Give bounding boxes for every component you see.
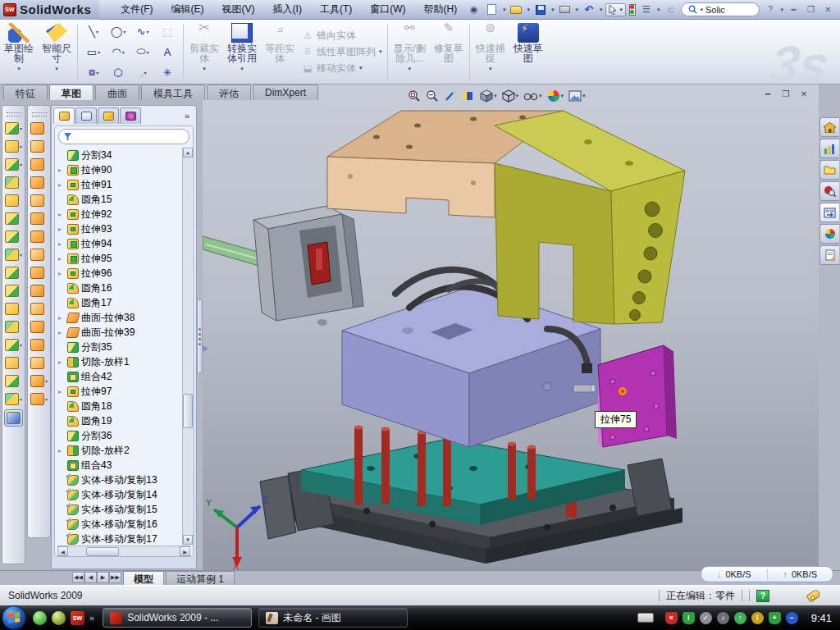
- menu-item[interactable]: 插入(I): [265, 0, 310, 19]
- feature-tree-item[interactable]: ▸ 分割36: [57, 428, 182, 443]
- planar-surface-icon[interactable]: [30, 231, 48, 243]
- move-entities-button[interactable]: ⬓移动实体▾: [302, 62, 382, 75]
- selection-box-tool[interactable]: ⬚: [155, 21, 180, 42]
- apply-scene-button[interactable]: ▾: [567, 89, 587, 103]
- tree-horizontal-scrollbar[interactable]: ◀ ▶: [57, 546, 190, 556]
- hole-wizard-icon[interactable]: [5, 231, 22, 243]
- command-tab[interactable]: 评估: [207, 84, 251, 100]
- first-tab-button[interactable]: ◀◀: [72, 572, 84, 583]
- feature-tree-item[interactable]: ▸ 实体-移动/复制14: [57, 487, 182, 502]
- menu-item[interactable]: 视图(V): [214, 0, 263, 19]
- quick-snaps-button[interactable]: ⊚ 快速捕 捉▾: [472, 20, 509, 84]
- expand-arrow-icon[interactable]: ▸: [58, 181, 65, 189]
- options-dropdown[interactable]: ▾: [657, 7, 660, 13]
- feature-tree-item[interactable]: ▸ 拉伸92: [57, 207, 182, 221]
- scroll-up-icon[interactable]: ▲: [183, 148, 193, 158]
- quick-launch-app-icon[interactable]: [52, 611, 66, 625]
- feature-tree-item[interactable]: ▸ 曲面-拉伸39: [57, 325, 182, 340]
- zoom-fit-button[interactable]: [406, 89, 422, 103]
- circle-tool[interactable]: ◯▾: [106, 21, 130, 42]
- open-file-button[interactable]: [509, 3, 523, 16]
- repair-sketch-button[interactable]: ✎ 修复草 图: [430, 20, 468, 84]
- trim-surface-icon[interactable]: [30, 303, 48, 315]
- taskbar-clock[interactable]: 9:41: [811, 612, 832, 624]
- swept-surface-icon[interactable]: [30, 158, 48, 171]
- centerline-icon[interactable]: [5, 375, 22, 387]
- doc-minimize-button[interactable]: ━: [761, 88, 774, 99]
- expand-arrow-icon[interactable]: ▸: [58, 329, 65, 336]
- restore-button[interactable]: ❐: [804, 3, 818, 16]
- menu-item[interactable]: 文件(F): [112, 0, 161, 19]
- feature-tree-item[interactable]: ▸ 切除-放样2: [57, 443, 182, 458]
- tree-vertical-scrollbar[interactable]: ▲ ▼: [182, 148, 192, 545]
- appearance-tool-icon[interactable]: ⑆: [663, 3, 678, 16]
- feature-tree-item[interactable]: ▸ 实体-移动/复制15: [57, 502, 182, 517]
- rapid-sketch-button[interactable]: 快速草 图: [509, 20, 547, 84]
- tray-icon[interactable]: ↑: [734, 612, 746, 624]
- expand-arrow-icon[interactable]: ▸: [58, 240, 65, 248]
- feature-tree-item[interactable]: ▸ 曲面-拉伸38: [57, 310, 182, 325]
- surface-spline-icon[interactable]: ▾: [30, 393, 48, 405]
- expand-arrow-icon[interactable]: ▸: [58, 358, 65, 366]
- shell-icon[interactable]: [5, 176, 22, 189]
- undo-dropdown[interactable]: ▾: [600, 7, 603, 13]
- menu-item[interactable]: 工具(T): [312, 0, 360, 19]
- feature-tree-item[interactable]: ▸ 组合42: [57, 369, 182, 384]
- scroll-down-icon[interactable]: ▼: [183, 535, 193, 545]
- linear-pattern-button[interactable]: ⠿线性草图阵列▾: [302, 45, 382, 59]
- view-orientation-button[interactable]: ▾: [478, 89, 499, 103]
- propertymanager-tab[interactable]: [75, 107, 97, 124]
- lofted-surface-icon[interactable]: [30, 176, 48, 189]
- help-dropdown[interactable]: ▾: [780, 7, 783, 13]
- feature-tree-item[interactable]: ▸ 切除-放样1: [57, 354, 182, 369]
- taskbar-task-button[interactable]: SolidWorks 2009 - ...: [103, 608, 252, 628]
- file-explorer-tab[interactable]: [819, 160, 839, 180]
- featuremanager-tab[interactable]: [53, 107, 75, 124]
- feature-tree-item[interactable]: ▸ 实体-移动/复制16: [57, 517, 182, 532]
- feature-tree-item[interactable]: ▸ 圆角19: [57, 413, 182, 428]
- resources-tab[interactable]: [819, 117, 839, 137]
- revolved-surface-icon[interactable]: [30, 140, 48, 153]
- sketch-fillet-tool[interactable]: ◞▾: [130, 62, 155, 83]
- feature-tree-item[interactable]: ▸ 圆角15: [57, 192, 182, 207]
- expand-arrow-icon[interactable]: ▸: [58, 211, 65, 218]
- print-dropdown[interactable]: ▾: [575, 7, 578, 13]
- scrollbar-thumb[interactable]: [86, 547, 119, 556]
- expand-arrow-icon[interactable]: ▸: [58, 270, 65, 277]
- trim-entities-button[interactable]: ✂ 剪裁实 体▾: [185, 20, 223, 84]
- keyboard-layout-icon[interactable]: [637, 613, 654, 623]
- dimxpertmanager-tab[interactable]: [120, 107, 141, 124]
- hide-show-items-button[interactable]: ▾: [522, 89, 544, 103]
- search-tab[interactable]: [819, 181, 839, 201]
- move-copy-icon[interactable]: [5, 321, 22, 333]
- tray-icon[interactable]: !: [751, 612, 764, 624]
- arc-tool[interactable]: ◠▾: [106, 42, 130, 62]
- quick-tips-button[interactable]: ?: [756, 590, 769, 602]
- print-button[interactable]: [557, 3, 572, 16]
- scrollbar-thumb[interactable]: [183, 394, 193, 428]
- reference-geometry-icon[interactable]: ▾: [5, 339, 22, 351]
- command-tab[interactable]: 特征: [3, 84, 48, 100]
- zoom-area-button[interactable]: [424, 89, 441, 103]
- section-view-button[interactable]: [460, 89, 477, 103]
- next-tab-button[interactable]: ▶: [97, 572, 109, 583]
- quick-launch-more-button[interactable]: »: [89, 613, 94, 623]
- feature-tree-item[interactable]: ▸ 圆角16: [57, 281, 182, 295]
- feature-tree-item[interactable]: ▸ 实体-移动/复制17: [57, 532, 182, 546]
- sketch-button[interactable]: 草图绘 制▾: [0, 20, 38, 84]
- feature-tree-item[interactable]: ▸ 圆角17: [57, 295, 182, 310]
- split-icon[interactable]: [5, 285, 22, 297]
- expand-arrow-icon[interactable]: ▸: [58, 167, 65, 174]
- expand-arrow-icon[interactable]: ▸: [58, 388, 65, 395]
- cut-icon[interactable]: [5, 212, 22, 225]
- feature-tree-item[interactable]: ▸ 拉伸90: [57, 162, 182, 177]
- offset-surface-icon[interactable]: [30, 249, 48, 261]
- scroll-right-icon[interactable]: ▶: [180, 546, 190, 556]
- expand-arrow-icon[interactable]: ▸: [58, 314, 65, 322]
- point-tool[interactable]: ✳: [155, 62, 180, 83]
- save-button[interactable]: [533, 3, 548, 16]
- extend-surface-icon[interactable]: [30, 339, 48, 351]
- tray-icon[interactable]: +: [769, 612, 781, 624]
- rebuild-icon[interactable]: [629, 4, 636, 16]
- text-tool[interactable]: A: [155, 42, 180, 62]
